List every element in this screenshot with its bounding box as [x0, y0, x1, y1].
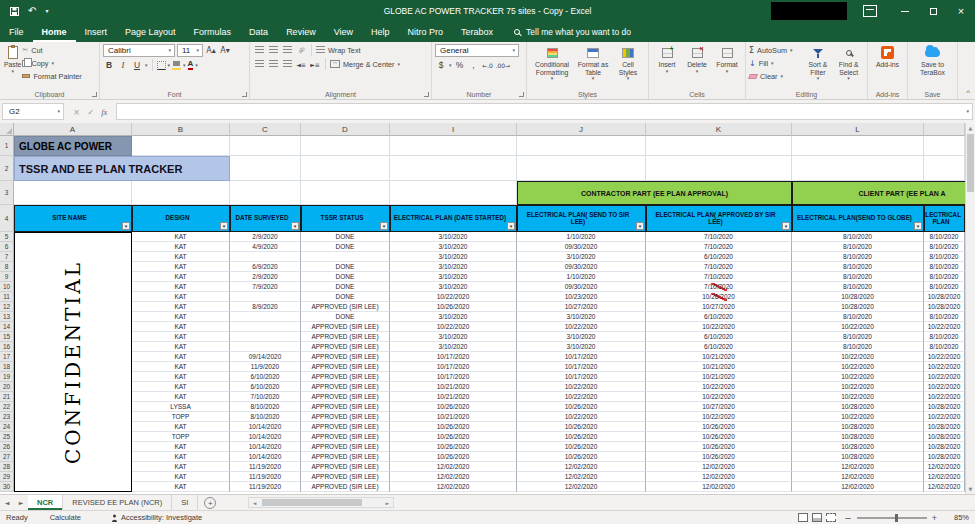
ribbon-tab-view[interactable]: View [325, 22, 362, 42]
row-header-7[interactable]: 7 [0, 252, 14, 262]
row-header-22[interactable]: 22 [0, 402, 14, 412]
conditional-formatting-button[interactable]: Conditional Formatting ▾ [530, 44, 574, 88]
row-header-8[interactable]: 8 [0, 262, 14, 272]
header-electrical-plan-partial[interactable]: ELECTRICAL PLAN [924, 205, 965, 232]
cell-C8[interactable]: 6/9/2020 [230, 262, 301, 272]
cell-B19[interactable]: KAT [132, 372, 230, 382]
cell-M13[interactable]: 8/10/2020 [924, 312, 965, 322]
cell-D20[interactable]: APPROVED (SIR LEE) [301, 382, 390, 392]
ribbon-tab-home[interactable]: Home [33, 22, 76, 42]
cell-J29[interactable]: 12/02/2020 [517, 472, 646, 482]
scroll-up-icon[interactable]: ▲ [966, 123, 975, 133]
row-header-12[interactable]: 12 [0, 302, 14, 312]
cell-L18[interactable]: 10/22/2020 [792, 362, 924, 372]
row-header-25[interactable]: 25 [0, 432, 14, 442]
cell-C27[interactable]: 10/14/2020 [230, 452, 301, 462]
row-header-19[interactable]: 19 [0, 372, 14, 382]
cell-C18[interactable]: 11/9/2020 [230, 362, 301, 372]
cell-styles-button[interactable]: Cell Styles ▾ [612, 44, 644, 88]
row-header-13[interactable]: 13 [0, 312, 14, 322]
cell-M27[interactable]: 10/28/2020 [924, 452, 965, 462]
cell-B21[interactable]: KAT [132, 392, 230, 402]
row-header-10[interactable]: 10 [0, 282, 14, 292]
cell-J19[interactable]: 10/17/2020 [517, 372, 646, 382]
cell-D22[interactable]: APPROVED (SIR LEE) [301, 402, 390, 412]
font-family-select[interactable]: Calibri▾ [103, 44, 175, 57]
filter-button[interactable]: ▾ [914, 222, 922, 230]
header-electrical-plan-approved-sirlee[interactable]: ELECTRICAL PLAN( APPROVED BY SIR LEE)▾ [646, 205, 792, 232]
cell-B29[interactable]: KAT [132, 472, 230, 482]
cell-K18[interactable]: 10/21/2020 [646, 362, 792, 372]
cell-K5[interactable]: 7/10/2020 [646, 232, 792, 242]
cell-L13[interactable]: 8/10/2020 [792, 312, 924, 322]
cell-K28[interactable]: 12/02/2020 [646, 462, 792, 472]
zoom-in-button[interactable]: + [932, 513, 937, 523]
cell-I16[interactable]: 3/10/2020 [390, 342, 517, 352]
cell-L24[interactable]: 10/28/2020 [792, 422, 924, 432]
column-header-C[interactable]: C [230, 123, 301, 136]
cell-D24[interactable]: APPROVED (SIR LEE) [301, 422, 390, 432]
cell-C15[interactable] [230, 332, 301, 342]
cell-M22[interactable]: 10/28/2020 [924, 402, 965, 412]
cell-L14[interactable]: 10/22/2020 [792, 322, 924, 332]
ribbon-tab-terabox[interactable]: Terabox [452, 22, 502, 42]
column-header-D[interactable]: D [301, 123, 390, 136]
cell-D8[interactable]: DONE [301, 262, 390, 272]
merge-center-button[interactable]: Merge & Center▾ [330, 58, 400, 70]
cell-I8[interactable]: 3/10/2020 [390, 262, 517, 272]
wrap-text-button[interactable]: Wrap Text [316, 44, 361, 56]
cell-M8[interactable]: 8/10/2020 [924, 262, 965, 272]
cell-L12[interactable]: 10/28/2020 [792, 302, 924, 312]
vertical-scroll-thumb[interactable] [967, 134, 974, 192]
cell-C29[interactable]: 11/19/2020 [230, 472, 301, 482]
format-cells-button[interactable]: Format ▾ [712, 44, 742, 88]
cell-L30[interactable]: 12/02/2020 [792, 482, 924, 492]
cell-K17[interactable]: 10/21/2020 [646, 352, 792, 362]
cell-L9[interactable]: 8/10/2020 [792, 272, 924, 282]
cell-L7[interactable]: 8/10/2020 [792, 252, 924, 262]
align-left-button[interactable] [253, 58, 265, 70]
cell-C25[interactable]: 10/14/2020 [230, 432, 301, 442]
column-header-A[interactable]: A [14, 123, 132, 136]
cell-K12[interactable]: 10/27/2020 [646, 302, 792, 312]
cell-I14[interactable]: 10/22/2020 [390, 322, 517, 332]
row-header-5[interactable]: 5 [0, 232, 14, 242]
row-header-26[interactable]: 26 [0, 442, 14, 452]
cell-K29[interactable]: 12/02/2020 [646, 472, 792, 482]
cell-C20[interactable]: 6/10/2020 [230, 382, 301, 392]
collapse-ribbon-button[interactable]: ^ [966, 88, 970, 97]
ribbon-display-options-icon[interactable] [863, 5, 877, 17]
cell-I23[interactable]: 10/21/2020 [390, 412, 517, 422]
cell-D18[interactable]: APPROVED (SIR LEE) [301, 362, 390, 372]
row-header-3[interactable]: 3 [0, 181, 14, 205]
cell-M14[interactable]: 10/22/2020 [924, 322, 965, 332]
scroll-down-icon[interactable]: ▼ [966, 484, 975, 494]
cell-C26[interactable]: 10/14/2020 [230, 442, 301, 452]
cell-J7[interactable]: 3/10/2020 [517, 252, 646, 262]
cell-J27[interactable]: 10/26/2020 [517, 452, 646, 462]
cell-C14[interactable] [230, 322, 301, 332]
cell-B10[interactable]: KAT [132, 282, 230, 292]
cell-I12[interactable]: 10/26/2020 [390, 302, 517, 312]
name-box[interactable]: G2▾ [2, 103, 64, 120]
cell-I20[interactable]: 10/21/2020 [390, 382, 517, 392]
ribbon-tab-nitro-pro[interactable]: Nitro Pro [399, 22, 453, 42]
cell-K23[interactable]: 10/22/2020 [646, 412, 792, 422]
row-header-1[interactable]: 1 [0, 136, 14, 156]
cell-L22[interactable]: 10/28/2020 [792, 402, 924, 412]
cell-L17[interactable]: 10/22/2020 [792, 352, 924, 362]
header-electrical-plan-send-sirlee[interactable]: ELECTRICAL PLAN( SEND TO SIR LEE)▾ [517, 205, 646, 232]
cell-B11[interactable]: KAT [132, 292, 230, 302]
cell-I11[interactable]: 10/22/2020 [390, 292, 517, 302]
cell-M24[interactable]: 10/28/2020 [924, 422, 965, 432]
qat-customize-icon[interactable]: ▾ [45, 8, 48, 14]
cell-K10[interactable]: 7/10/2020 [646, 282, 792, 292]
cell-M16[interactable]: 8/10/2020 [924, 342, 965, 352]
filter-button[interactable]: ▾ [782, 222, 790, 230]
restore-button[interactable] [919, 0, 947, 22]
cell-J16[interactable]: 3/10/2020 [517, 342, 646, 352]
filter-button[interactable]: ▾ [380, 222, 388, 230]
cell-I27[interactable]: 10/26/2020 [390, 452, 517, 462]
column-header-K[interactable]: K [646, 123, 792, 136]
cell-A1[interactable]: GLOBE AC POWER [14, 136, 132, 156]
